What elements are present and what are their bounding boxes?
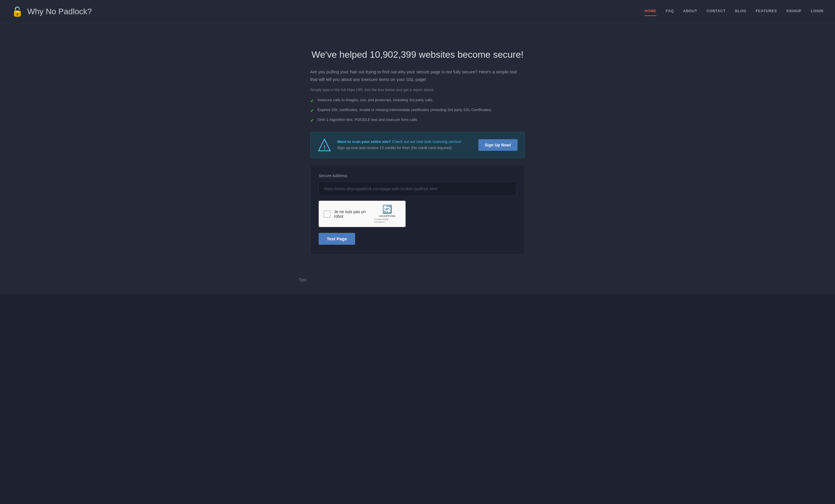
nav-features[interactable]: FEATURES: [756, 9, 777, 14]
feature-item-2: ✔ Expired SSL certificates, invalid or m…: [310, 107, 525, 114]
form-label: Secure Address: [319, 174, 516, 178]
hero-intro: Simply type in the full https URL into t…: [310, 87, 525, 92]
recaptcha-logo-icon: 🔄: [382, 204, 392, 214]
recaptcha-checkbox[interactable]: [324, 210, 330, 218]
warning-icon: !: [318, 138, 331, 152]
feature-text-2: Expired SSL certificates, invalid or mis…: [318, 107, 491, 112]
feature-text-3: SHA-1 Algorithm test, POODLE test and in…: [318, 118, 417, 122]
logo-area: 🔓 Why No Padlock?: [12, 6, 92, 17]
header: 🔓 Why No Padlock? HOME FAQ ABOUT CONTACT…: [0, 0, 835, 23]
hero-section: We've helped 10,902,399 websites become …: [299, 35, 536, 272]
feature-item-3: ✔ SHA-1 Algorithm test, POODLE test and …: [310, 118, 525, 123]
check-icon-1: ✔: [310, 98, 314, 103]
nav-signup[interactable]: SIGNUP: [786, 9, 801, 14]
feature-item-1: ✔ Insecure calls to images, css, and jav…: [310, 98, 525, 103]
nav-about[interactable]: ABOUT: [683, 9, 697, 14]
recaptcha-label: Je ne suis pas un robot: [334, 209, 374, 219]
logo-padlock-icon: 🔓: [12, 6, 23, 17]
check-icon-2: ✔: [310, 108, 314, 114]
form-section: Secure Address Je ne suis pas un robot 🔄…: [310, 165, 525, 254]
test-page-button[interactable]: Test Page: [319, 233, 355, 245]
recaptcha-links: Confidentialité - Conditions: [374, 218, 401, 223]
nav-blog[interactable]: BLOG: [735, 9, 747, 14]
banner-link-text[interactable]: Check out our new bulk scanning service!: [392, 140, 462, 144]
tips-label: Tips:: [299, 278, 307, 282]
hero-headline: We've helped 10,902,399 websites become …: [310, 49, 525, 60]
check-icon-3: ✔: [310, 118, 314, 123]
feature-list: ✔ Insecure calls to images, css, and jav…: [310, 98, 525, 123]
url-input[interactable]: [319, 182, 516, 196]
nav-faq[interactable]: FAQ: [666, 9, 674, 14]
tips-section: Tips:: [299, 272, 536, 282]
banner-bold: Want to scan your entire site?: [337, 140, 391, 144]
nav-home[interactable]: HOME: [645, 9, 656, 14]
feature-text-1: Insecure calls to images, css, and javas…: [318, 98, 433, 102]
recaptcha-right: 🔄 reCAPTCHA Confidentialité - Conditions: [374, 204, 401, 223]
nav-contact[interactable]: CONTACT: [707, 9, 726, 14]
banner-sub: Sign up now and receive 10 credits for f…: [337, 146, 452, 150]
svg-text:!: !: [324, 144, 326, 151]
logo-text: Why No Padlock?: [27, 7, 92, 16]
signup-button[interactable]: Sign Up Now!: [478, 139, 517, 151]
recaptcha-left: Je ne suis pas un robot: [324, 209, 374, 219]
main-nav: HOME FAQ ABOUT CONTACT BLOG FEATURES SIG…: [645, 9, 823, 14]
content-area: We've helped 10,902,399 websites become …: [287, 35, 548, 282]
banner-text: Want to scan your entire site? Check out…: [337, 139, 473, 151]
main-wrapper: We've helped 10,902,399 websites become …: [0, 23, 835, 294]
hero-subtitle: Are you pulling your hair out trying to …: [310, 68, 525, 83]
nav-login[interactable]: LOGIN: [811, 9, 823, 14]
recaptcha-brand: reCAPTCHA: [379, 215, 395, 218]
promo-banner: ! Want to scan your entire site? Check o…: [310, 132, 525, 158]
recaptcha-widget[interactable]: Je ne suis pas un robot 🔄 reCAPTCHA Conf…: [319, 201, 406, 227]
